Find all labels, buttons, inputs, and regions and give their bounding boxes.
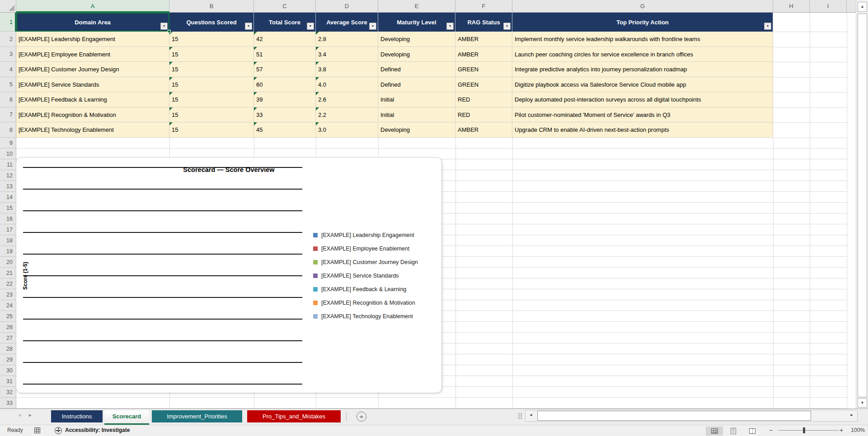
cell-maturity[interactable]: Initial xyxy=(378,92,455,107)
row-header-33[interactable]: 33 xyxy=(0,398,16,408)
filter-dropdown-button[interactable]: ▾ xyxy=(245,23,252,30)
cell-action[interactable]: Upgrade CRM to enable AI-driven next-bes… xyxy=(512,122,773,138)
new-sheet-button[interactable]: + xyxy=(357,412,366,422)
sheet-tab-improvement-priorities[interactable]: Improvement_Priorities xyxy=(152,410,242,422)
cell-rag[interactable]: RED xyxy=(455,107,512,122)
legend-item[interactable]: [EXAMPLE] Technology Enablement xyxy=(313,310,418,323)
cell-domain[interactable]: [EXAMPLE] Technology Enablement xyxy=(16,122,169,138)
row-header-15[interactable]: 15 xyxy=(0,203,16,213)
filter-dropdown-button[interactable]: ▾ xyxy=(369,23,376,30)
cell-average[interactable]: 2.2 xyxy=(316,107,378,122)
row-header-22[interactable]: 22 xyxy=(0,278,16,289)
row-header-27[interactable]: 27 xyxy=(0,333,16,343)
cell-questions[interactable]: 15 xyxy=(169,122,254,138)
row-header-32[interactable]: 32 xyxy=(0,387,16,398)
row-header-5[interactable]: 5 xyxy=(0,77,16,92)
legend-item[interactable]: [EXAMPLE] Customer Journey Design xyxy=(313,255,418,269)
vertical-scrollbar-thumb[interactable] xyxy=(858,14,867,397)
cell-average[interactable]: 3.8 xyxy=(316,62,378,77)
cell-rag[interactable]: AMBER xyxy=(455,122,512,138)
column-header-b[interactable]: B xyxy=(169,0,254,12)
header-cell-questions-scored[interactable]: Questions Scored ▾ xyxy=(169,13,254,32)
sheet-tab-scorecard[interactable]: Scorecard xyxy=(104,410,149,425)
cell-average[interactable]: 3.4 xyxy=(316,47,378,62)
cell-total[interactable]: 57 xyxy=(254,62,316,77)
row-header-8[interactable]: 8 xyxy=(0,122,16,138)
cell-questions[interactable]: 15 xyxy=(169,62,254,77)
legend-item[interactable]: [EXAMPLE] Leadership Engagement xyxy=(313,228,418,242)
header-cell-average-score[interactable]: Average Score ▾ xyxy=(316,13,378,32)
row-header-12[interactable]: 12 xyxy=(0,170,16,181)
row-header-1[interactable]: 1 xyxy=(0,13,16,32)
cell-questions[interactable]: 15 xyxy=(169,77,254,92)
column-header-f[interactable]: F xyxy=(455,0,512,12)
embedded-chart[interactable]: Scorecard — Score Overview Score (1-5) [… xyxy=(16,157,442,393)
zoom-slider-track[interactable] xyxy=(778,430,839,431)
header-cell-maturity-level[interactable]: Maturity Level ▾ xyxy=(378,13,455,32)
legend-item[interactable]: [EXAMPLE] Service Standards xyxy=(313,269,418,283)
scroll-right-button[interactable]: ► xyxy=(847,410,856,420)
column-header-c[interactable]: C xyxy=(254,0,316,12)
cell-maturity[interactable]: Developing xyxy=(378,47,455,62)
legend-item[interactable]: [EXAMPLE] Employee Enablement xyxy=(313,242,418,255)
filter-dropdown-button[interactable]: ▾ xyxy=(160,23,168,30)
cell-domain[interactable]: [EXAMPLE] Leadership Engagement xyxy=(16,32,169,47)
view-page-break-button[interactable] xyxy=(744,427,761,436)
cell-total[interactable]: 45 xyxy=(254,122,316,138)
filter-dropdown-button[interactable]: ▾ xyxy=(307,23,314,30)
fill-handle[interactable] xyxy=(168,30,171,33)
row-header-24[interactable]: 24 xyxy=(0,300,16,311)
cell-domain[interactable]: [EXAMPLE] Feedback & Learning xyxy=(16,92,169,107)
cell-total[interactable]: 39 xyxy=(254,92,316,107)
row-header-16[interactable]: 16 xyxy=(0,213,16,224)
scroll-up-button[interactable]: ▲ xyxy=(858,2,867,12)
row-header-17[interactable]: 17 xyxy=(0,224,16,235)
column-header-e[interactable]: E xyxy=(378,0,455,12)
sheet-nav-prev-icon[interactable]: ◄ xyxy=(17,413,22,417)
cell-maturity[interactable]: Developing xyxy=(378,122,455,138)
row-header-3[interactable]: 3 xyxy=(0,47,16,62)
sheet-tab-instructions[interactable]: Instructions xyxy=(51,410,103,422)
scroll-down-button[interactable]: ▼ xyxy=(858,398,867,408)
cell-rag[interactable]: RED xyxy=(455,92,512,107)
row-header-23[interactable]: 23 xyxy=(0,289,16,300)
vertical-scrollbar[interactable]: ▲ ▼ xyxy=(856,0,868,408)
view-page-layout-button[interactable] xyxy=(725,427,742,436)
row-header-20[interactable]: 20 xyxy=(0,257,16,268)
cell-action[interactable]: Deploy automated post-interaction survey… xyxy=(512,92,773,107)
column-header-g[interactable]: G xyxy=(512,0,773,12)
cell-maturity[interactable]: Developing xyxy=(378,32,455,47)
cell-rag[interactable]: AMBER xyxy=(455,32,512,47)
cell-domain[interactable]: [EXAMPLE] Recognition & Motivation xyxy=(16,107,169,122)
cell-total[interactable]: 33 xyxy=(254,107,316,122)
zoom-level[interactable]: 100% xyxy=(846,427,865,433)
cell-maturity[interactable]: Initial xyxy=(378,107,455,122)
cell-average[interactable]: 2.6 xyxy=(316,92,378,107)
sheet-tab-pro-tips-and-mistakes[interactable]: Pro_Tips_and_Mistakes xyxy=(247,410,341,422)
cell-average[interactable]: 2.8 xyxy=(316,32,378,47)
filter-dropdown-button[interactable]: ▾ xyxy=(446,23,454,30)
row-header-29[interactable]: 29 xyxy=(0,354,16,365)
cell-action[interactable]: Launch peer coaching circles for service… xyxy=(512,47,773,62)
cell-domain[interactable]: [EXAMPLE] Service Standards xyxy=(16,77,169,92)
cell-average[interactable]: 3.0 xyxy=(316,122,378,138)
cell-rag[interactable]: AMBER xyxy=(455,47,512,62)
row-header-11[interactable]: 11 xyxy=(0,159,16,170)
header-cell-rag-status[interactable]: RAG Status ▾ xyxy=(455,13,512,32)
cell-rag[interactable]: GREEN xyxy=(455,77,512,92)
legend-item[interactable]: [EXAMPLE] Recognition & Motivation xyxy=(313,296,418,310)
row-header-19[interactable]: 19 xyxy=(0,246,16,257)
cell-questions[interactable]: 15 xyxy=(169,107,254,122)
row-header-13[interactable]: 13 xyxy=(0,181,16,192)
row-header-26[interactable]: 26 xyxy=(0,322,16,333)
cell-total[interactable]: 60 xyxy=(254,77,316,92)
cell-action[interactable]: Implement monthly service leadership wal… xyxy=(512,32,773,47)
filter-dropdown-button[interactable]: ▾ xyxy=(764,23,771,30)
column-header-a[interactable]: A xyxy=(16,0,169,12)
zoom-out-button[interactable]: − xyxy=(767,427,774,436)
select-all-button[interactable] xyxy=(0,0,16,12)
header-cell-top-priority-action[interactable]: Top Priority Action ▾ xyxy=(512,13,773,32)
cell-action[interactable]: Integrate predictive analytics into jour… xyxy=(512,62,773,77)
cell-maturity[interactable]: Defined xyxy=(378,62,455,77)
row-header-28[interactable]: 28 xyxy=(0,343,16,354)
